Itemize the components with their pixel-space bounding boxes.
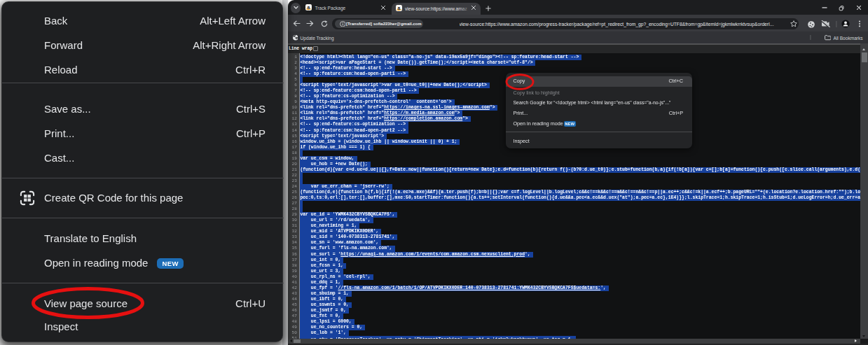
svg-text:a: a — [397, 5, 400, 10]
svg-text:a: a — [308, 4, 310, 9]
